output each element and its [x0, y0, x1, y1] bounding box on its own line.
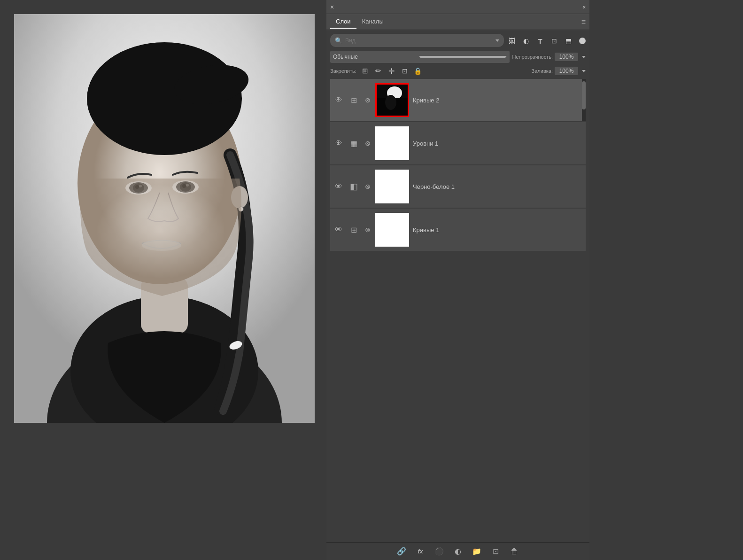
layer-name-levels: Уровни 1 [413, 140, 582, 147]
layer-thumbnail-bw [375, 170, 409, 203]
layer-row[interactable]: 👁 ⊞ ⊗ Кривые 2 [330, 79, 586, 121]
layer-link-icon: ⊗ [364, 183, 372, 190]
fill-label: Заливка: [532, 68, 553, 74]
fill-arrow[interactable] [582, 70, 586, 72]
panel-tabs: Слои Каналы ≡ [326, 14, 589, 30]
tab-channels[interactable]: Каналы [356, 15, 389, 29]
layer-visibility-icon[interactable]: 👁 [334, 226, 343, 234]
search-bar: 🔍 [330, 34, 504, 47]
layer-visibility-icon[interactable]: 👁 [334, 182, 343, 191]
close-icon[interactable]: × [330, 3, 334, 11]
layer-name-bw: Черно-белое 1 [413, 183, 582, 190]
layer-row[interactable]: 👁 ◧ ⊗ Черно-белое 1 [330, 165, 586, 208]
opacity-label: Непрозрачность: [512, 54, 553, 60]
lock-icons-group: ⊞ ✏ ✛ ⊡ 🔒 [360, 66, 423, 76]
search-and-filter-row: 🔍 🖼 ◐ T ⊡ ⬒ [330, 34, 586, 48]
layer-type-icon-curves: ⊞ [347, 96, 360, 105]
canvas-image [14, 14, 315, 423]
new-adjustment-icon[interactable]: ⚫ [433, 546, 445, 557]
canvas-area [0, 0, 317, 560]
panel-titlebar: × « [326, 0, 589, 14]
lock-move-icon[interactable]: ✛ [387, 66, 397, 76]
collapse-icon[interactable]: « [582, 4, 586, 10]
search-icon: 🔍 [335, 37, 342, 44]
layer-link-icon: ⊗ [364, 140, 372, 147]
lock-all-icon[interactable]: 🔒 [413, 66, 423, 76]
fx-icon[interactable]: fx [415, 546, 426, 557]
filter-icons-group: 🖼 ◐ T ⊡ ⬒ [507, 36, 586, 46]
lock-paint-icon[interactable]: ✏ [373, 66, 384, 76]
layer-type-icon-bw: ◧ [347, 181, 360, 192]
layer-type-icon-curves1: ⊞ [347, 226, 360, 234]
color-indicator [579, 38, 586, 44]
layer-name-curves1: Кривые 1 [413, 226, 582, 233]
svg-point-24 [385, 95, 396, 110]
scrollbar-thumb[interactable] [582, 81, 586, 109]
blend-mode-arrow [419, 56, 507, 58]
search-dropdown-arrow[interactable] [495, 39, 499, 42]
tab-layers[interactable]: Слои [330, 15, 356, 29]
adjustment-filter-icon[interactable]: ◐ [521, 36, 531, 46]
blend-mode-dropdown[interactable]: Обычные [330, 51, 510, 63]
new-group-icon[interactable]: 📁 [471, 546, 482, 557]
delete-layer-icon[interactable]: 🗑 [509, 546, 520, 557]
opacity-group: Непрозрачность: 100% [512, 53, 586, 61]
shape-filter-icon[interactable]: ⊡ [549, 36, 559, 46]
search-input[interactable] [345, 37, 491, 44]
layer-visibility-icon[interactable]: 👁 [334, 139, 343, 148]
layer-thumbnail-curves2 [375, 83, 409, 117]
layer-visibility-icon[interactable]: 👁 [334, 96, 343, 104]
blend-mode-label: Обычные [333, 54, 417, 60]
opacity-arrow[interactable] [582, 56, 586, 58]
layer-thumbnail-levels [375, 126, 409, 160]
search-wrapper: 🔍 [330, 34, 504, 48]
type-filter-icon[interactable]: T [535, 36, 545, 46]
layer-type-icon-levels: ▦ [347, 139, 360, 148]
lock-label: Закрепить: [330, 68, 356, 74]
opacity-value[interactable]: 100% [555, 53, 578, 61]
fill-group: Заливка: 100% [532, 67, 586, 75]
layer-link-icon: ⊗ [364, 226, 372, 233]
smart-filter-icon[interactable]: ⬒ [563, 36, 573, 46]
image-filter-icon[interactable]: 🖼 [507, 36, 517, 46]
fill-value[interactable]: 100% [555, 67, 578, 75]
lock-pixels-icon[interactable]: ⊞ [360, 66, 371, 76]
layer-thumbnail-curves1 [375, 213, 409, 247]
layer-link-icon: ⊗ [364, 96, 372, 104]
layers-list: 👁 ⊞ ⊗ Кривые 2 [330, 79, 586, 538]
panel-body: 🔍 🖼 ◐ T ⊡ ⬒ Обычные Непрозрачность: [326, 30, 589, 542]
lock-artboard-icon[interactable]: ⊡ [400, 66, 410, 76]
layer-name-curves2: Кривые 2 [413, 97, 582, 104]
new-layer-icon[interactable]: ⊡ [490, 546, 501, 557]
layer-mask-icon[interactable]: ◐ [452, 546, 464, 557]
panel-menu-icon[interactable]: ≡ [581, 18, 586, 26]
layers-panel: × « Слои Каналы ≡ 🔍 🖼 ◐ T ⊡ ⬒ [326, 0, 589, 560]
panel-bottom-toolbar: 🔗 fx ⚫ ◐ 📁 ⊡ 🗑 [326, 542, 589, 560]
layer-row[interactable]: 👁 ⊞ ⊗ Кривые 1 [330, 209, 586, 251]
link-icon[interactable]: 🔗 [396, 546, 407, 557]
layer-row[interactable]: 👁 ▦ ⊗ Уровни 1 [330, 122, 586, 164]
panel-scrollbar[interactable] [582, 79, 586, 121]
